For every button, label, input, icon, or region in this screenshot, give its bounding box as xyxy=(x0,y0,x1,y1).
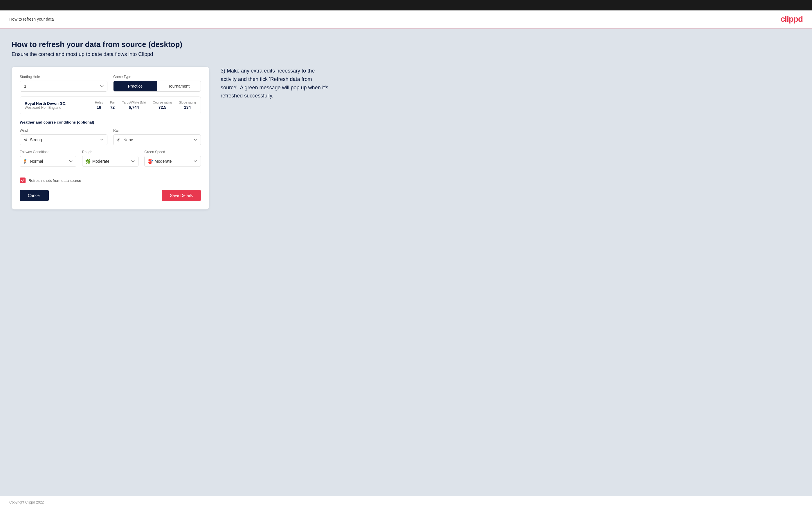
activity-card: Starting Hole 1 2 10 Game Type Practice … xyxy=(12,67,209,210)
rain-select-wrapper: ☀ None Light Heavy xyxy=(113,134,201,145)
holes-stat: Holes 18 xyxy=(95,101,103,110)
wind-select-wrapper: 🌬 Strong Calm Mild xyxy=(20,134,107,145)
refresh-label: Refresh shots from data source xyxy=(29,178,81,183)
rain-label: Rain xyxy=(113,128,201,132)
starting-hole-label: Starting Hole xyxy=(20,75,107,79)
par-stat: Par 72 xyxy=(110,101,115,110)
holes-label: Holes xyxy=(95,101,103,104)
wind-group: Wind 🌬 Strong Calm Mild xyxy=(20,128,107,145)
button-row: Cancel Save Details xyxy=(20,190,201,201)
divider xyxy=(20,172,201,172)
footer: Copyright Clippd 2022 xyxy=(0,496,812,507)
starting-hole-group: Starting Hole 1 2 10 xyxy=(20,75,107,92)
refresh-checkbox[interactable] xyxy=(20,177,26,183)
game-type-toggle: Practice Tournament xyxy=(113,80,201,92)
logo: clippd xyxy=(781,14,803,24)
course-rating-value: 72.5 xyxy=(158,105,166,110)
course-rating-label: Course rating xyxy=(153,101,172,104)
top-form-row: Starting Hole 1 2 10 Game Type Practice … xyxy=(20,75,201,92)
fairway-group: Fairway Conditions 🏌 Normal Soft Firm xyxy=(20,150,77,167)
wind-icon: 🌬 xyxy=(22,137,27,143)
conditions-title: Weather and course conditions (optional) xyxy=(20,120,201,124)
save-button[interactable]: Save Details xyxy=(162,190,201,201)
rain-select[interactable]: None Light Heavy xyxy=(113,134,201,145)
yards-stat: Yards/White (M)) 6,744 xyxy=(122,101,146,110)
wind-select[interactable]: Strong Calm Mild xyxy=(20,134,107,145)
rain-icon: ☀ xyxy=(116,137,120,143)
conditions-row: Fairway Conditions 🏌 Normal Soft Firm Ro… xyxy=(20,150,201,167)
game-type-label: Game Type xyxy=(113,75,201,79)
slope-rating-stat: Slope rating 134 xyxy=(179,101,196,110)
content-area: Starting Hole 1 2 10 Game Type Practice … xyxy=(12,67,800,210)
starting-hole-select-wrapper: 1 2 10 xyxy=(20,80,107,92)
practice-btn[interactable]: Practice xyxy=(113,81,157,91)
slope-rating-label: Slope rating xyxy=(179,101,196,104)
course-name-block: Royal North Devon GC, Westward Ho!, Engl… xyxy=(25,101,92,110)
page-title: How to refresh your data from source (de… xyxy=(12,40,800,49)
copyright: Copyright Clippd 2022 xyxy=(9,500,44,504)
holes-value: 18 xyxy=(97,105,101,110)
fairway-label: Fairway Conditions xyxy=(20,150,77,154)
starting-hole-select[interactable]: 1 2 10 xyxy=(20,80,107,92)
checkbox-row: Refresh shots from data source xyxy=(20,177,201,183)
tournament-btn[interactable]: Tournament xyxy=(157,81,201,91)
side-text-block: 3) Make any extra edits necessary to the… xyxy=(221,67,331,100)
par-value: 72 xyxy=(110,105,115,110)
fairway-select-wrapper: 🏌 Normal Soft Firm xyxy=(20,156,77,167)
course-location: Westward Ho!, England xyxy=(25,106,92,110)
rain-group: Rain ☀ None Light Heavy xyxy=(113,128,201,145)
rough-group: Rough 🌿 Moderate Light Heavy xyxy=(82,150,139,167)
header-title: How to refresh your data xyxy=(9,17,54,21)
rough-label: Rough xyxy=(82,150,139,154)
header: How to refresh your data clippd xyxy=(0,10,812,29)
cancel-button[interactable]: Cancel xyxy=(20,190,49,201)
fairway-icon: 🏌 xyxy=(22,159,29,164)
wind-label: Wind xyxy=(20,128,107,132)
green-speed-icon: 🎯 xyxy=(147,159,153,164)
rough-select-wrapper: 🌿 Moderate Light Heavy xyxy=(82,156,139,167)
green-speed-label: Green Speed xyxy=(144,150,201,154)
wind-rain-row: Wind 🌬 Strong Calm Mild Rain ☀ xyxy=(20,128,201,145)
main-content: How to refresh your data from source (de… xyxy=(0,29,812,496)
side-description: 3) Make any extra edits necessary to the… xyxy=(221,67,331,100)
green-speed-select-wrapper: 🎯 Moderate Slow Fast xyxy=(144,156,201,167)
course-info: Royal North Devon GC, Westward Ho!, Engl… xyxy=(20,96,201,114)
par-label: Par xyxy=(110,101,115,104)
yards-value: 6,744 xyxy=(129,105,139,110)
yards-label: Yards/White (M)) xyxy=(122,101,146,104)
rough-icon: 🌿 xyxy=(85,159,91,164)
game-type-group: Game Type Practice Tournament xyxy=(113,75,201,92)
course-stats: Holes 18 Par 72 Yards/White (M)) 6,744 C… xyxy=(95,101,196,110)
course-rating-stat: Course rating 72.5 xyxy=(153,101,172,110)
slope-rating-value: 134 xyxy=(184,105,191,110)
course-name: Royal North Devon GC, xyxy=(25,101,92,106)
green-speed-group: Green Speed 🎯 Moderate Slow Fast xyxy=(144,150,201,167)
page-subtitle: Ensure the correct and most up to date d… xyxy=(12,51,800,57)
